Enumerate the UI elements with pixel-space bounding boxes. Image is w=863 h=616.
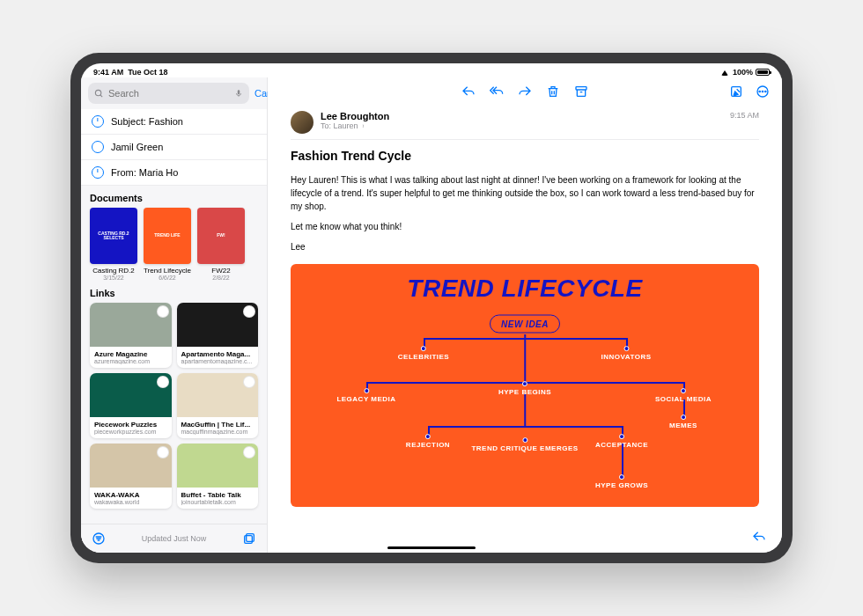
document-name: Casting RD.2 (90, 267, 137, 275)
sync-status: Updated Just Now (142, 534, 207, 543)
filter-item[interactable]: Jamil Green (81, 135, 267, 160)
link-thumb (90, 373, 172, 417)
filter-label: Subject: Fashion (111, 116, 183, 127)
chevron-right-icon: › (363, 121, 365, 130)
filter-item[interactable]: From: Maria Ho (81, 160, 267, 186)
link-thumb (90, 303, 172, 347)
avatar (291, 111, 313, 134)
to-line[interactable]: To: Lauren › (321, 121, 723, 130)
email-subject: Fashion Trend Cycle (291, 149, 759, 163)
clock-icon (92, 166, 104, 179)
link-thumb (177, 303, 259, 347)
link-title: Azure Magazine (94, 350, 167, 358)
reply-floating-icon[interactable] (752, 530, 766, 544)
reply-all-icon[interactable] (490, 84, 504, 99)
battery-percent: 100% (733, 68, 753, 77)
node-acceptance: ACCEPTANCE (595, 434, 648, 450)
toolbar (268, 77, 782, 106)
link-card[interactable]: Piecework Puzzlespieceworkpuzzles.com (90, 373, 172, 438)
link-avatar-badge (243, 376, 255, 388)
node-innovators: INNOVATORS (601, 346, 651, 362)
link-title: WAKA-WAKA (94, 491, 167, 499)
search-icon (94, 89, 104, 99)
archive-icon[interactable] (574, 84, 588, 99)
document-date: 2/8/22 (197, 275, 245, 281)
svg-point-14 (765, 91, 766, 92)
document-card[interactable]: CASTING RD.2 SELECTSCasting RD.23/15/22 (90, 208, 137, 281)
documents-heading: Documents (81, 186, 267, 208)
email-timestamp: 9:15 AM (730, 111, 759, 120)
search-input-container[interactable] (88, 83, 249, 104)
link-title: Buffet - Table Talk (181, 491, 254, 499)
node-hype-grows: HYPE GROWS (595, 474, 648, 490)
link-domain: apartamentomagazine.c... (181, 358, 254, 364)
home-indicator[interactable] (387, 546, 476, 549)
trash-icon[interactable] (546, 84, 560, 99)
link-avatar-badge (243, 305, 255, 318)
document-date: 3/15/22 (90, 275, 137, 281)
reply-icon[interactable] (461, 84, 476, 99)
link-avatar-badge (157, 305, 169, 318)
node-celebrities: CELEBRITIES (398, 346, 449, 362)
document-thumb: TREND LIFE (144, 208, 191, 264)
links-heading: Links (81, 281, 267, 303)
forward-icon[interactable] (518, 84, 532, 99)
more-icon[interactable] (756, 84, 770, 99)
document-thumb: CASTING RD.2 SELECTS (90, 208, 137, 264)
node-social-media: SOCIAL MEDIA (655, 388, 712, 404)
status-date: Tue Oct 18 (128, 68, 167, 77)
wifi-icon (720, 69, 730, 76)
link-domain: azuremagazine.com (94, 358, 167, 364)
svg-line-1 (100, 94, 102, 96)
compose-icon[interactable] (242, 532, 256, 546)
document-card[interactable]: TREND LIFETrend Lifecycle6/6/22 (144, 208, 191, 281)
document-thumb: FW! (197, 208, 245, 264)
mic-icon[interactable] (234, 88, 243, 99)
clock-icon (92, 115, 104, 128)
link-card[interactable]: WAKA-WAKAwakawaka.world (90, 444, 172, 509)
link-card[interactable]: Buffet - Table Talkjoinourtabletalk.com (177, 444, 259, 509)
status-time: 9:41 AM (93, 68, 123, 77)
link-title: MacGuffin | The Lif... (181, 421, 254, 429)
document-name: Trend Lifecycle (144, 267, 191, 275)
link-avatar-badge (157, 446, 169, 458)
filter-label: From: Maria Ho (111, 167, 178, 178)
svg-rect-7 (245, 536, 253, 544)
node-critique: TREND CRITIQUE EMERGES (471, 437, 578, 453)
svg-rect-9 (576, 87, 586, 90)
link-title: Piecework Puzzles (94, 421, 167, 429)
svg-rect-8 (247, 534, 254, 542)
svg-rect-2 (238, 90, 240, 94)
filter-icon[interactable] (92, 532, 106, 546)
compose-new-icon[interactable] (729, 84, 743, 99)
svg-point-12 (759, 91, 760, 92)
link-thumb (90, 444, 172, 488)
status-bar: 9:41 AM Tue Oct 18 100% (81, 63, 782, 77)
email-body-p2: Let me know what you think! (291, 220, 759, 233)
link-avatar-badge (243, 446, 255, 458)
node-memes: MEMES (669, 414, 697, 430)
svg-point-0 (95, 90, 100, 95)
email-body-p1: Hey Lauren! This is what I was talking a… (291, 173, 759, 213)
link-domain: joinourtabletalk.com (181, 499, 254, 505)
link-avatar-badge (157, 376, 169, 388)
link-domain: macguffinmagazine.com (181, 429, 254, 435)
search-input[interactable] (108, 88, 230, 99)
node-rejection: REJECTION (406, 434, 450, 450)
link-card[interactable]: Apartamento Maga...apartamentomagazine.c… (177, 303, 259, 368)
filter-item[interactable]: Subject: Fashion (81, 109, 267, 135)
link-domain: wakawaka.world (94, 499, 167, 505)
node-new-idea: NEW IDEA (490, 315, 560, 334)
link-card[interactable]: Azure Magazineazuremagazine.com (90, 303, 172, 368)
svg-point-13 (762, 91, 763, 92)
link-title: Apartamento Maga... (181, 350, 254, 358)
attachment-graphic: TREND LIFECYCLE (291, 264, 759, 507)
document-date: 6/6/22 (144, 275, 191, 281)
document-name: FW22 (197, 267, 245, 275)
filter-label: Jamil Green (111, 142, 163, 152)
link-thumb (177, 373, 259, 417)
document-card[interactable]: FW!FW222/8/22 (197, 208, 245, 281)
link-domain: pieceworkpuzzles.com (94, 429, 167, 435)
email-signature: Lee (291, 240, 759, 253)
link-card[interactable]: MacGuffin | The Lif...macguffinmagazine.… (177, 373, 259, 438)
